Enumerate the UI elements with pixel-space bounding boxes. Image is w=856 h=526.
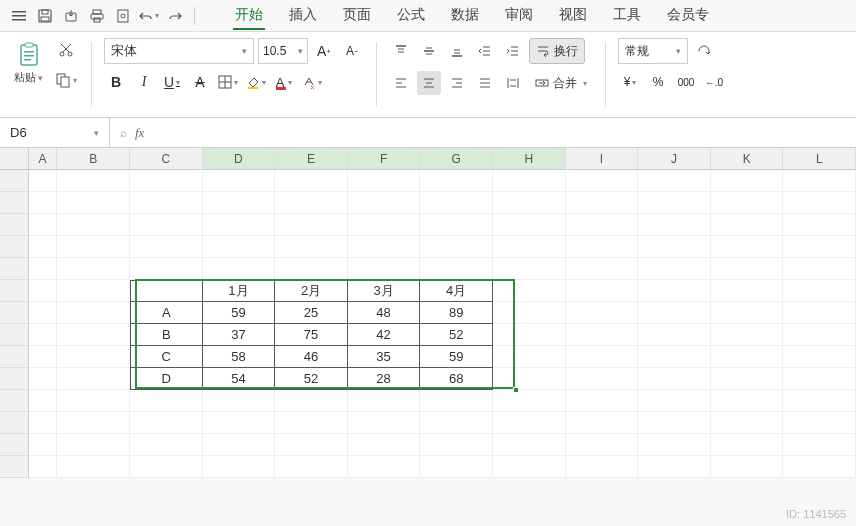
cell-J5[interactable] (638, 258, 711, 280)
cell-B5[interactable] (57, 258, 130, 280)
cell-L6[interactable] (783, 280, 856, 302)
name-box[interactable]: D6▾ (0, 118, 110, 148)
decrease-decimal-icon[interactable]: ←.0 (702, 70, 726, 94)
cell-B1[interactable] (57, 170, 130, 192)
cell-E12[interactable] (275, 412, 348, 434)
row-header-6[interactable] (0, 280, 29, 302)
tab-insert[interactable]: 插入 (287, 2, 319, 30)
cell-E4[interactable] (275, 236, 348, 258)
align-left-icon[interactable] (389, 71, 413, 95)
col-header-L[interactable]: L (783, 148, 856, 170)
cell-H12[interactable] (493, 412, 566, 434)
cell-I2[interactable] (566, 192, 639, 214)
cell-A8[interactable] (29, 324, 58, 346)
font-color-button[interactable]: A▾ (272, 70, 296, 94)
tab-data[interactable]: 数据 (449, 2, 481, 30)
cell-D1[interactable] (203, 170, 276, 192)
bold-button[interactable]: B (104, 70, 128, 94)
cell-K7[interactable] (711, 302, 784, 324)
cell-F2[interactable] (348, 192, 421, 214)
cell-E8[interactable]: 75 (275, 324, 348, 346)
cell-C4[interactable] (130, 236, 203, 258)
cell-E6[interactable]: 2月 (275, 280, 348, 302)
distribute-icon[interactable] (501, 71, 525, 95)
cell-E3[interactable] (275, 214, 348, 236)
cell-H9[interactable] (493, 346, 566, 368)
cell-C14[interactable] (130, 456, 203, 478)
cell-B9[interactable] (57, 346, 130, 368)
cell-G8[interactable]: 52 (420, 324, 493, 346)
cell-J4[interactable] (638, 236, 711, 258)
cell-F7[interactable]: 48 (348, 302, 421, 324)
cell-J6[interactable] (638, 280, 711, 302)
align-right-icon[interactable] (445, 71, 469, 95)
cell-L9[interactable] (783, 346, 856, 368)
cell-I13[interactable] (566, 434, 639, 456)
cell-E14[interactable] (275, 456, 348, 478)
cell-F8[interactable]: 42 (348, 324, 421, 346)
cell-C2[interactable] (130, 192, 203, 214)
col-header-B[interactable]: B (57, 148, 130, 170)
col-header-H[interactable]: H (493, 148, 566, 170)
row-header-11[interactable] (0, 390, 29, 412)
decrease-font-icon[interactable]: A− (340, 39, 364, 63)
cell-C6[interactable] (130, 280, 203, 302)
cell-G3[interactable] (420, 214, 493, 236)
cell-H7[interactable] (493, 302, 566, 324)
cell-C8[interactable]: B (130, 324, 203, 346)
cell-D4[interactable] (203, 236, 276, 258)
cell-A13[interactable] (29, 434, 58, 456)
cell-J14[interactable] (638, 456, 711, 478)
cell-K12[interactable] (711, 412, 784, 434)
cell-E11[interactable] (275, 390, 348, 412)
increase-indent-icon[interactable] (501, 39, 525, 63)
col-header-C[interactable]: C (130, 148, 203, 170)
fill-color-button[interactable]: ▾ (244, 70, 268, 94)
col-header-G[interactable]: G (420, 148, 493, 170)
cell-C3[interactable] (130, 214, 203, 236)
search-icon[interactable]: ⌕ (120, 126, 127, 140)
clear-format-button[interactable]: ▾ (300, 70, 324, 94)
cell-J1[interactable] (638, 170, 711, 192)
paste-button[interactable]: 粘贴▾ (8, 38, 49, 111)
cell-I14[interactable] (566, 456, 639, 478)
cell-H5[interactable] (493, 258, 566, 280)
cell-F3[interactable] (348, 214, 421, 236)
cell-K14[interactable] (711, 456, 784, 478)
cell-G1[interactable] (420, 170, 493, 192)
merge-cells-button[interactable]: 合并▾ (529, 70, 593, 96)
wrap-text-button[interactable]: 换行 (529, 38, 585, 64)
cell-J2[interactable] (638, 192, 711, 214)
cut-icon[interactable] (53, 38, 79, 62)
cell-G13[interactable] (420, 434, 493, 456)
export-icon[interactable] (60, 5, 82, 27)
cell-I10[interactable] (566, 368, 639, 390)
cell-L14[interactable] (783, 456, 856, 478)
cell-A7[interactable] (29, 302, 58, 324)
cell-D3[interactable] (203, 214, 276, 236)
cell-K9[interactable] (711, 346, 784, 368)
copy-icon[interactable]: ▾ (53, 68, 79, 92)
justify-icon[interactable] (473, 71, 497, 95)
font-size-select[interactable]: 10.5▾ (258, 38, 308, 64)
row-header-10[interactable] (0, 368, 29, 390)
cell-H10[interactable] (493, 368, 566, 390)
cell-F12[interactable] (348, 412, 421, 434)
cell-L1[interactable] (783, 170, 856, 192)
cell-K13[interactable] (711, 434, 784, 456)
cell-H14[interactable] (493, 456, 566, 478)
cell-K2[interactable] (711, 192, 784, 214)
row-header-2[interactable] (0, 192, 29, 214)
cell-D6[interactable]: 1月 (203, 280, 276, 302)
cell-C9[interactable]: C (130, 346, 203, 368)
cell-D12[interactable] (203, 412, 276, 434)
cell-F10[interactable]: 28 (348, 368, 421, 390)
cell-F6[interactable]: 3月 (348, 280, 421, 302)
col-header-E[interactable]: E (275, 148, 348, 170)
cell-H13[interactable] (493, 434, 566, 456)
row-header-13[interactable] (0, 434, 29, 456)
select-all-corner[interactable] (0, 148, 29, 170)
align-center-icon[interactable] (417, 71, 441, 95)
cell-J8[interactable] (638, 324, 711, 346)
cell-G14[interactable] (420, 456, 493, 478)
